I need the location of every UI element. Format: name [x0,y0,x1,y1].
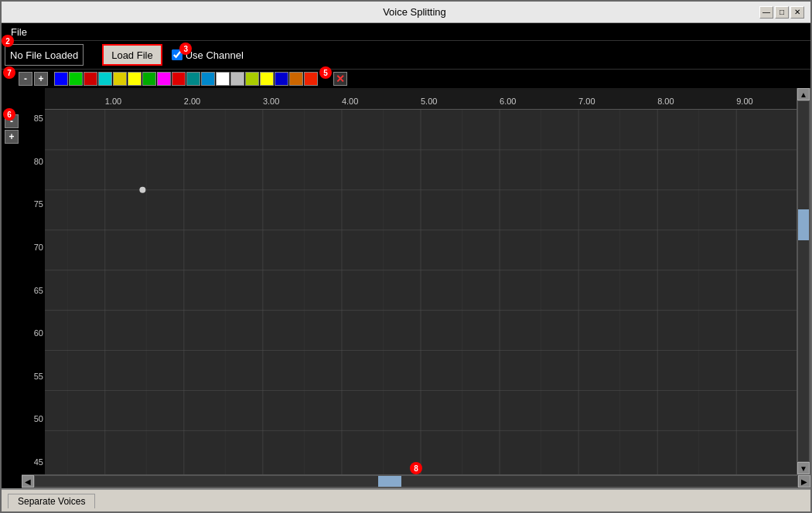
color-swatches [54,72,318,86]
toolbar-1: 2 No File Loaded 3 Load File Use Channel [2,40,810,69]
zoom-in-button[interactable]: + [34,72,48,86]
y-label-85: 85 [34,114,43,123]
load-file-button[interactable]: Load File [102,44,162,66]
y-label-80: 80 [34,158,43,166]
y-zoom-controls: 6 - + [2,88,22,488]
y-label-50: 50 [34,415,43,423]
close-button[interactable]: ✕ [790,6,804,19]
x-tick-3: 3.00 [263,97,279,106]
status-bar: Separate Voices [2,488,810,511]
color-swatch-4[interactable] [98,72,112,86]
x-tick-7: 7.00 [578,97,595,106]
v-scroll-track[interactable] [798,101,809,461]
restore-button[interactable]: □ [775,6,789,19]
data-point [139,187,145,193]
separate-voices-tab[interactable]: Separate Voices [8,494,95,508]
annotation-2: 2 [2,35,14,47]
menu-bar: File [2,23,810,40]
y-zoom-in-button[interactable]: + [5,130,19,144]
delete-button[interactable]: ✕ [333,72,347,86]
content-area: 6 - + 85 80 75 70 65 60 55 50 45 [2,88,810,488]
y-labels: 85 80 75 70 65 60 55 50 45 [22,88,45,474]
color-swatch-11[interactable] [201,72,215,86]
chart-row: 85 80 75 70 65 60 55 50 45 1.00 2.00 [22,88,810,474]
h-scroll-thumb[interactable] [378,476,401,487]
window-controls: — □ ✕ [759,6,804,19]
v-scrollbar: ▲ ▼ [797,88,810,474]
grid-svg [45,110,797,474]
color-swatch-9[interactable] [172,72,186,86]
h-scroll-right-button[interactable]: ▶ [798,475,810,488]
chart-and-scroll: 85 80 75 70 65 60 55 50 45 1.00 2.00 [22,88,810,488]
toolbar-2: 7 - + 5 ✕ [2,69,810,88]
color-swatch-6[interactable] [128,72,142,86]
no-file-label: No File Loaded [5,44,84,66]
h-scrollbar: 8 ◀ ▶ [22,474,810,488]
chart-inner: 1.00 2.00 3.00 4.00 5.00 6.00 7.00 8.00 … [45,88,797,474]
h-scroll-left-button[interactable]: ◀ [22,475,34,488]
color-swatch-14[interactable] [245,72,259,86]
v-scroll-thumb[interactable] [798,209,809,240]
x-tick-2: 2.00 [184,97,200,106]
annotation-8: 8 [410,462,422,474]
annotation-7: 7 [3,66,15,79]
x-tick-8: 8.00 [657,97,674,106]
h-scroll-track[interactable] [35,476,797,487]
annotation-5: 5 [319,66,332,79]
annotation-6: 6 [3,108,15,121]
y-label-60: 60 [34,329,43,338]
x-tick-4: 4.00 [342,97,358,106]
x-ruler: 1.00 2.00 3.00 4.00 5.00 6.00 7.00 8.00 … [45,88,797,110]
color-swatch-18[interactable] [304,72,318,86]
color-swatch-16[interactable] [275,72,288,86]
x-tick-1: 1.00 [105,97,121,106]
zoom-out-button[interactable]: - [19,72,32,86]
x-tick-9: 9.00 [736,97,752,106]
x-tick-6: 6.00 [500,97,516,106]
grid-canvas[interactable] [45,110,797,474]
v-scroll-down-button[interactable]: ▼ [797,462,810,474]
color-swatch-7[interactable] [142,72,156,86]
color-swatch-17[interactable] [289,72,303,86]
color-swatch-15[interactable] [260,72,274,86]
color-swatch-5[interactable] [113,72,127,86]
y-label-75: 75 [34,200,43,209]
color-swatch-10[interactable] [186,72,200,86]
color-swatch-3[interactable] [84,72,97,86]
color-swatch-13[interactable] [230,72,244,86]
minimize-button[interactable]: — [759,6,773,19]
y-label-70: 70 [34,243,43,252]
window-title: Voice Splitting [70,6,759,18]
color-swatch-12[interactable] [216,72,230,86]
color-swatch-2[interactable] [69,72,83,86]
v-scroll-up-button[interactable]: ▲ [797,88,810,100]
use-channel-label: Use Channel [186,49,244,61]
y-label-45: 45 [34,458,43,467]
x-tick-5: 5.00 [421,97,437,106]
app-window: Voice Splitting — □ ✕ File 2 No File Loa… [0,0,812,513]
color-swatch-8[interactable] [157,72,171,86]
color-swatch-1[interactable] [54,72,68,86]
y-label-55: 55 [34,372,43,381]
title-bar: Voice Splitting — □ ✕ [2,2,810,23]
y-label-65: 65 [34,287,43,295]
